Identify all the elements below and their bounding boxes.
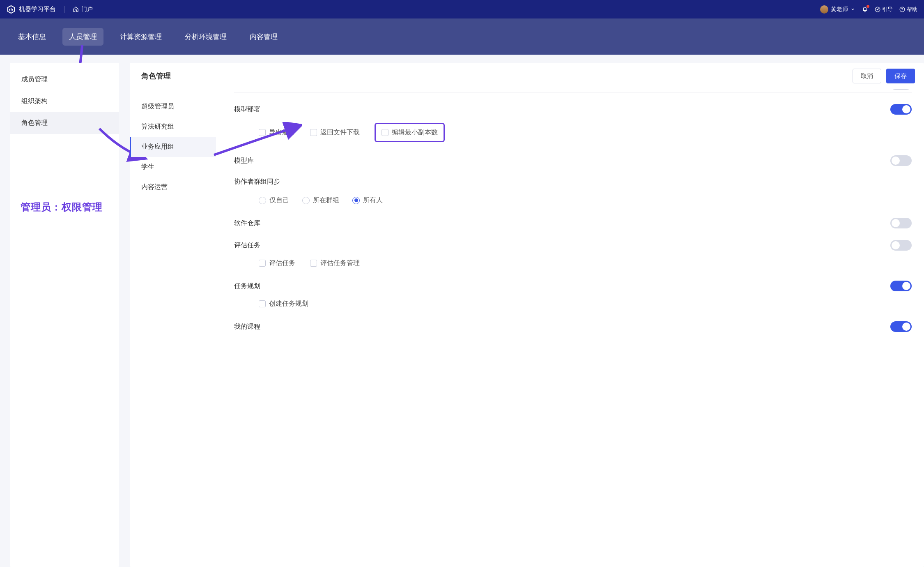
perm-my-course-label: 我的课程 xyxy=(234,323,260,331)
perm-task-plan-label: 任务规划 xyxy=(234,282,260,290)
annotation-highlight: 编辑最小副本数 xyxy=(375,123,445,142)
role-student[interactable]: 学生 xyxy=(130,157,216,177)
page-title: 角色管理 xyxy=(141,71,171,81)
tab-personnel-mgmt[interactable]: 人员管理 xyxy=(62,28,103,46)
cb-create-task-plan[interactable]: 创建任务规划 xyxy=(259,300,308,308)
notification-dot xyxy=(867,5,869,8)
toggle-task-plan[interactable] xyxy=(890,281,912,291)
tab-compute-res[interactable]: 计算资源管理 xyxy=(113,28,168,46)
checkbox-icon xyxy=(382,129,388,136)
subnav: 基本信息 人员管理 计算资源管理 分析环境管理 内容管理 xyxy=(0,18,924,55)
checkbox-icon xyxy=(310,260,317,267)
help-link[interactable]: 帮助 xyxy=(899,6,917,13)
radio-icon xyxy=(259,197,266,204)
toggle-software-repo[interactable] xyxy=(890,218,912,228)
help-label: 帮助 xyxy=(907,6,917,13)
chevron-down-icon xyxy=(850,7,855,12)
brand-icon xyxy=(7,5,16,14)
brand-title: 机器学习平台 xyxy=(19,5,56,13)
cb-eval-task-mgmt[interactable]: 评估任务管理 xyxy=(310,259,360,267)
radio-icon xyxy=(352,197,360,204)
cb-return-file-dl[interactable]: 返回文件下载 xyxy=(310,123,360,142)
checkbox-icon xyxy=(259,129,266,136)
perm-software-repo-label: 软件仓库 xyxy=(234,219,260,228)
role-biz-app[interactable]: 业务应用组 xyxy=(130,137,216,157)
sidebar-item-org[interactable]: 组织架构 xyxy=(10,90,119,112)
guide-link[interactable]: 引导 xyxy=(875,6,893,13)
topbar: 机器学习平台 门户 黄老师 引导 xyxy=(0,0,924,18)
cb-export-service[interactable]: 导出服务 xyxy=(259,123,295,142)
cancel-button[interactable]: 取消 xyxy=(853,69,881,83)
cb-eval-task[interactable]: 评估任务 xyxy=(259,259,295,267)
save-button[interactable]: 保存 xyxy=(886,69,915,83)
portal-link[interactable]: 门户 xyxy=(73,6,93,13)
role-list: 超级管理员 算法研究组 业务应用组 学生 内容运营 xyxy=(130,89,216,567)
role-super-admin[interactable]: 超级管理员 xyxy=(130,97,216,117)
role-content-ops[interactable]: 内容运营 xyxy=(130,177,216,197)
permission-panel: 模型部署 导出服务 返回文件下载 编辑最小副本数 xyxy=(216,89,924,567)
radio-everyone[interactable]: 所有人 xyxy=(352,196,383,205)
toggle-model-lib[interactable] xyxy=(890,155,912,166)
user-name: 黄老师 xyxy=(831,6,848,13)
radio-self-only[interactable]: 仅自己 xyxy=(259,196,289,205)
checkbox-icon xyxy=(310,129,317,136)
portal-label: 门户 xyxy=(81,6,93,13)
sidebar: 成员管理 组织架构 角色管理 管理员：权限管理 xyxy=(10,63,119,567)
perm-collab-sync-label: 协作者群组同步 xyxy=(234,177,280,186)
toggle-truncated-prev[interactable] xyxy=(890,89,912,90)
perm-model-deploy-label: 模型部署 xyxy=(234,105,260,114)
guide-label: 引导 xyxy=(882,6,893,13)
radio-my-group[interactable]: 所在群组 xyxy=(302,196,339,205)
compass-icon xyxy=(875,7,880,12)
perm-eval-task-label: 评估任务 xyxy=(234,241,260,250)
role-algo-research[interactable]: 算法研究组 xyxy=(130,117,216,137)
sidebar-item-members[interactable]: 成员管理 xyxy=(10,69,119,90)
user-menu[interactable]: 黄老师 xyxy=(820,5,855,14)
checkbox-icon xyxy=(259,300,266,307)
perm-model-lib-label: 模型库 xyxy=(234,157,254,165)
annotation-label: 管理员：权限管理 xyxy=(21,201,103,214)
topbar-divider xyxy=(64,6,64,13)
home-icon xyxy=(73,6,79,12)
toggle-my-course[interactable] xyxy=(890,321,912,332)
radio-icon xyxy=(302,197,310,204)
toggle-eval-task[interactable] xyxy=(890,240,912,251)
tab-env-mgmt[interactable]: 分析环境管理 xyxy=(178,28,233,46)
notifications-button[interactable] xyxy=(862,6,868,13)
main-panel: 角色管理 取消 保存 超级管理员 算法研究组 业务应用组 学生 内容运营 xyxy=(130,63,924,567)
toggle-model-deploy[interactable] xyxy=(890,104,912,115)
tab-content-mgmt[interactable]: 内容管理 xyxy=(243,28,284,46)
question-icon xyxy=(899,7,905,12)
cb-edit-min-replicas[interactable]: 编辑最小副本数 xyxy=(382,128,438,137)
avatar xyxy=(820,5,828,14)
tab-basic-info[interactable]: 基本信息 xyxy=(11,28,53,46)
checkbox-icon xyxy=(259,260,266,267)
sidebar-item-roles[interactable]: 角色管理 xyxy=(10,112,119,134)
brand: 机器学习平台 xyxy=(7,5,56,14)
